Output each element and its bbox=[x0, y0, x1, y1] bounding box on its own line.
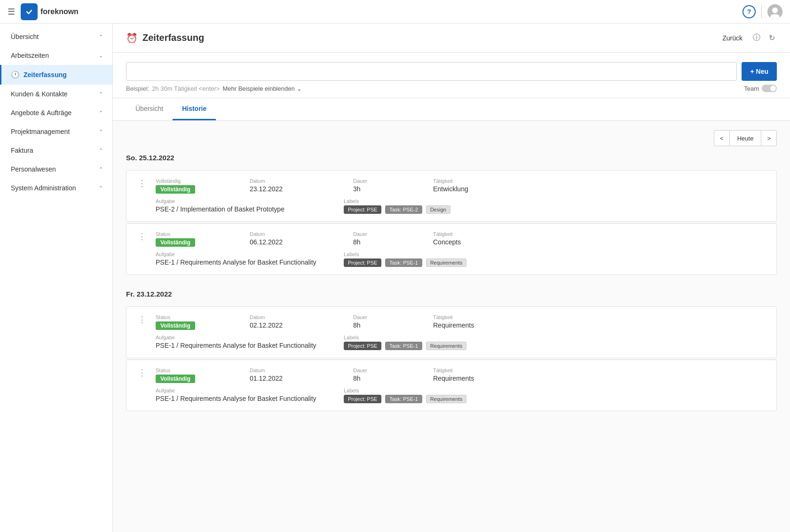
datum-field-1-0: Datum 02.12.2022 bbox=[250, 314, 344, 330]
aufgabe-field-0-1: Aufgabe PSE-1 / Requirements Analyse for… bbox=[156, 251, 334, 267]
dauer-value-0-0: 3h bbox=[353, 185, 424, 193]
dauer-field-1-0: Dauer 8h bbox=[353, 314, 424, 330]
help-page-icon[interactable]: ⓘ bbox=[751, 31, 762, 45]
page-header: ⏰ Zeiterfassung Zurück ⓘ ↻ bbox=[113, 23, 790, 53]
status-badge-1-1: Vollständig bbox=[156, 375, 195, 383]
sidebar-item-arbeitszeiten[interactable]: Arbeitszeiten ⌄ bbox=[0, 46, 112, 65]
sidebar-item-kunden-kontakte[interactable]: Kunden & Kontakte ⌃ bbox=[0, 85, 112, 103]
day-header-0: So. 25.12.2022 bbox=[126, 154, 777, 164]
hint-row: Beispiel: 2h 30m Tätigkeit <enter> Mehr … bbox=[126, 85, 777, 92]
sidebar-label-kunden: Kunden & Kontakte bbox=[11, 90, 68, 98]
sidebar-item-faktura[interactable]: Faktura ⌃ bbox=[0, 141, 112, 160]
time-entry-0-0: ⋮ Vollständig Vollständig Datum 23.12.20… bbox=[126, 170, 777, 222]
labels-1-1: Project: PSE Task: PSE-1 Requirements bbox=[344, 395, 767, 403]
labels-field-1-1: Labels Project: PSE Task: PSE-1 Requirem… bbox=[344, 388, 767, 403]
sidebar-item-angebote[interactable]: Angebote & Aufträge ⌃ bbox=[0, 103, 112, 122]
taetigkeit-field-1-1: Tätigkeit Requirements bbox=[433, 368, 767, 383]
aufgabe-field-0-0: Aufgabe PSE-2 / Implementation of Basket… bbox=[156, 198, 334, 214]
time-entry-0-1: ⋮ Status Vollständig Datum 06.12.2022 bbox=[126, 223, 777, 275]
status-field-1-1: Status Vollständig bbox=[156, 368, 240, 383]
datum-value-0-1: 06.12.2022 bbox=[250, 238, 344, 246]
aufgabe-field-1-0: Aufgabe PSE-1 / Requirements Analyse for… bbox=[156, 335, 334, 350]
datum-field-0-1: Datum 06.12.2022 bbox=[250, 231, 344, 247]
clock-sidebar-icon: 🕐 bbox=[11, 70, 20, 79]
chevron-down-icon-faktura: ⌃ bbox=[99, 148, 103, 154]
label-tag-0-0-0: Project: PSE bbox=[344, 205, 381, 214]
dauer-field-0-0: Dauer 3h bbox=[353, 178, 424, 194]
sidebar-item-system-admin[interactable]: System Administration ⌃ bbox=[0, 179, 112, 197]
labels-0-0: Project: PSE Task: PSE-2 Design bbox=[344, 205, 767, 214]
entry-menu-icon-1-0[interactable]: ⋮ bbox=[136, 314, 148, 325]
datum-field-1-1: Datum 01.12.2022 bbox=[250, 368, 344, 383]
sidebar-item-zeiterfassung[interactable]: 🕐 Zeiterfassung bbox=[0, 65, 112, 85]
label-tag-1-1-2: Requirements bbox=[426, 395, 466, 403]
next-button[interactable]: > bbox=[761, 130, 777, 146]
sidebar-label-angebote: Angebote & Aufträge bbox=[11, 109, 71, 117]
svg-point-2 bbox=[772, 8, 778, 13]
entry-menu-icon-0-0[interactable]: ⋮ bbox=[136, 178, 148, 188]
dauer-field-0-1: Dauer 8h bbox=[353, 231, 424, 247]
team-toggle-pill[interactable] bbox=[762, 85, 777, 92]
page-title: Zeiterfassung bbox=[142, 32, 204, 43]
input-row: + Neu bbox=[126, 62, 777, 81]
avatar[interactable] bbox=[767, 4, 782, 19]
main-content: ⏰ Zeiterfassung Zurück ⓘ ↻ + Neu Beispie… bbox=[113, 23, 790, 532]
page-title-area: ⏰ Zeiterfassung bbox=[126, 32, 204, 44]
today-button[interactable]: Heute bbox=[729, 130, 762, 146]
sidebar-label-zeiterfassung: Zeiterfassung bbox=[24, 71, 67, 78]
nav-buttons: < Heute > bbox=[126, 130, 777, 146]
datum-value-1-0: 02.12.2022 bbox=[250, 321, 344, 329]
aufgabe-value-1-0: PSE-1 / Requirements Analyse for Basket … bbox=[156, 342, 334, 349]
nav-left: ☰ foreknown bbox=[8, 3, 79, 20]
refresh-icon[interactable]: ↻ bbox=[767, 31, 777, 44]
date-nav-group: < Heute > bbox=[714, 130, 777, 146]
entry-menu-icon-0-1[interactable]: ⋮ bbox=[136, 231, 148, 242]
logo[interactable]: foreknown bbox=[21, 3, 79, 20]
label-tag-0-1-1: Task: PSE-1 bbox=[385, 258, 422, 267]
labels-1-0: Project: PSE Task: PSE-1 Requirements bbox=[344, 342, 767, 350]
datum-field-0-0: Datum 23.12.2022 bbox=[250, 178, 344, 194]
label-tag-0-0-1: Task: PSE-2 bbox=[385, 205, 422, 214]
chevron-down-icon-system: ⌃ bbox=[99, 185, 103, 191]
status-field-0-1: Status Vollständig bbox=[156, 231, 240, 247]
more-examples-link[interactable]: Mehr Beispiele einblenden ⌄ bbox=[222, 85, 301, 92]
aufgabe-field-1-1: Aufgabe PSE-1 / Requirements Analyse for… bbox=[156, 388, 334, 403]
label-tag-1-0-2: Requirements bbox=[426, 342, 466, 350]
page-actions: Zurück ⓘ ↻ bbox=[719, 31, 777, 45]
hint-example: 2h 30m Tätigkeit <enter> bbox=[152, 85, 220, 92]
prev-button[interactable]: < bbox=[714, 130, 729, 146]
dauer-field-1-1: Dauer 8h bbox=[353, 368, 424, 383]
tab-uebersicht[interactable]: Übersicht bbox=[126, 98, 173, 120]
tab-historie[interactable]: Historie bbox=[173, 98, 216, 120]
sidebar: Übersicht ⌃ Arbeitszeiten ⌄ 🕐 Zeiterfass… bbox=[0, 23, 113, 532]
labels-field-1-0: Labels Project: PSE Task: PSE-1 Requirem… bbox=[344, 335, 767, 350]
time-entry-1-1: ⋮ Status Vollständig Datum 01.12.2022 bbox=[126, 360, 777, 411]
time-input[interactable] bbox=[126, 62, 737, 81]
day-header-1: Fr. 23.12.2022 bbox=[126, 290, 777, 301]
label-tag-1-0-1: Task: PSE-1 bbox=[385, 342, 422, 350]
time-entry-1-0: ⋮ Status Vollständig Datum 02.12.2022 bbox=[126, 306, 777, 358]
status-badge-0-1: Vollständig bbox=[156, 238, 195, 247]
help-icon[interactable]: ? bbox=[743, 5, 756, 18]
sidebar-item-personalwesen[interactable]: Personalwesen ⌃ bbox=[0, 160, 112, 179]
clock-header-icon: ⏰ bbox=[126, 32, 138, 44]
hamburger-icon[interactable]: ☰ bbox=[8, 7, 15, 17]
taetigkeit-field-0-1: Tätigkeit Concepts bbox=[433, 231, 767, 247]
chevron-down-icon-personal: ⌃ bbox=[99, 166, 103, 172]
logo-text: foreknown bbox=[40, 8, 79, 16]
sidebar-item-projektmanagement[interactable]: Projektmanagement ⌃ bbox=[0, 122, 112, 141]
back-button[interactable]: Zurück bbox=[719, 32, 746, 44]
hint-text: Beispiel: 2h 30m Tätigkeit <enter> Mehr … bbox=[126, 85, 302, 92]
tabs: Übersicht Historie bbox=[113, 98, 790, 121]
app-body: Übersicht ⌃ Arbeitszeiten ⌄ 🕐 Zeiterfass… bbox=[0, 23, 790, 532]
aufgabe-value-0-1: PSE-1 / Requirements Analyse for Basket … bbox=[156, 258, 334, 266]
taetigkeit-value-1-0: Requirements bbox=[433, 321, 767, 329]
team-toggle[interactable]: Team bbox=[744, 85, 777, 92]
entry-menu-icon-1-1[interactable]: ⋮ bbox=[136, 368, 148, 378]
nav-right: ? bbox=[743, 4, 782, 19]
sidebar-label-faktura: Faktura bbox=[11, 147, 33, 154]
new-button[interactable]: + Neu bbox=[742, 62, 777, 81]
sidebar-item-uebersicht[interactable]: Übersicht ⌃ bbox=[0, 27, 112, 46]
label-tag-1-0-0: Project: PSE bbox=[344, 342, 381, 350]
dauer-value-1-0: 8h bbox=[353, 321, 424, 329]
